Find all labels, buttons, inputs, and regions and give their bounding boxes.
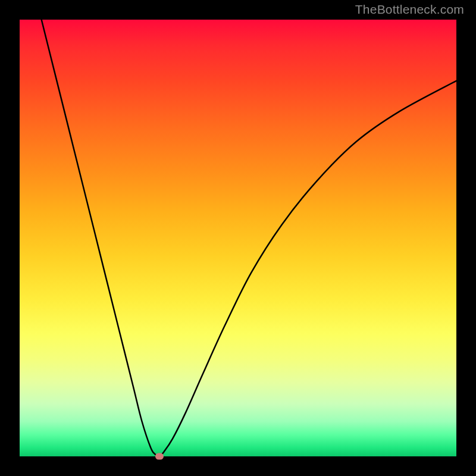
watermark-text: TheBottleneck.com <box>355 2 464 17</box>
curve-svg <box>20 20 456 456</box>
bottleneck-curve-path <box>42 20 456 456</box>
minimum-marker <box>155 453 164 460</box>
plot-area <box>20 20 456 456</box>
chart-container: TheBottleneck.com <box>0 0 476 476</box>
